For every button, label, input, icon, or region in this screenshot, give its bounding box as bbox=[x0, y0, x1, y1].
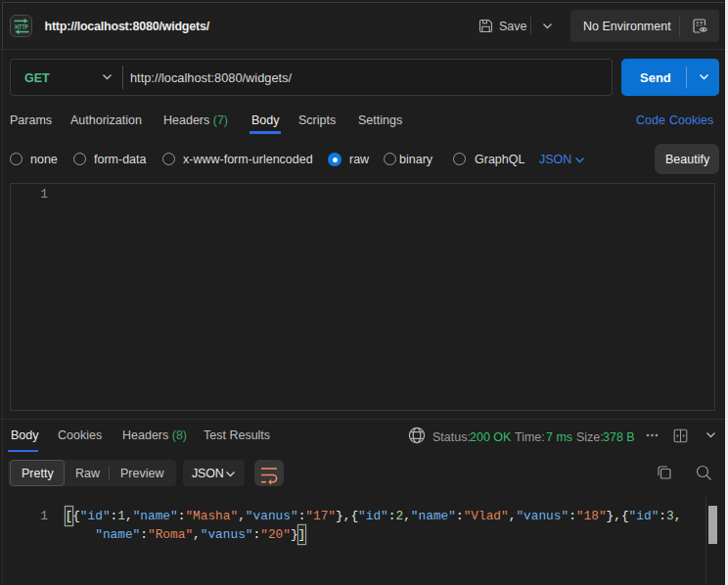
svg-text:HTTP: HTTP bbox=[15, 22, 27, 30]
